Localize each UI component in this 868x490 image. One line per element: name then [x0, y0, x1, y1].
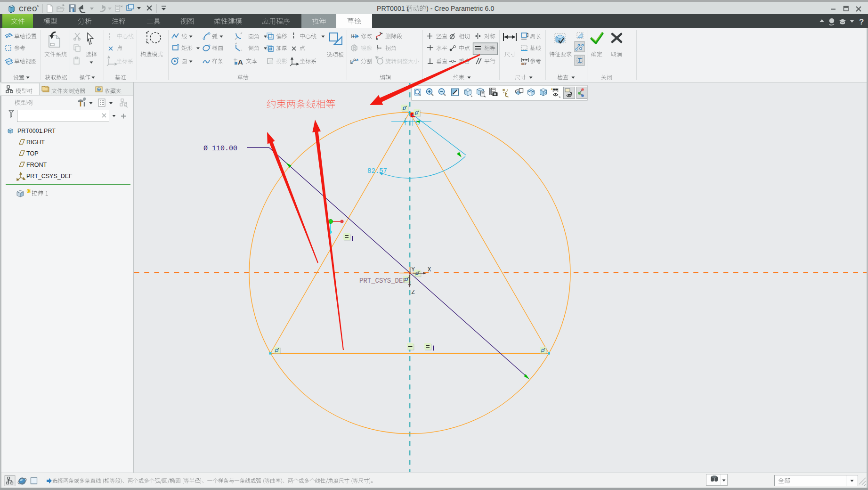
svg-text:RIGHT: RIGHT [26, 139, 45, 146]
svg-text:?: ? [859, 17, 864, 26]
svg-text:creo: creo [19, 3, 37, 13]
svg-text:Z: Z [412, 289, 415, 296]
svg-text:TOP: TOP [26, 150, 38, 157]
svg-text:PRT0001.PRT: PRT0001.PRT [17, 128, 56, 134]
svg-text:A: A [238, 58, 243, 66]
svg-text:FRONT: FRONT [26, 162, 47, 168]
svg-text:PRT0001 (: PRT0001 ( [377, 5, 409, 12]
svg-text:X: X [428, 267, 431, 273]
svg-text:PRT_CSYS_DEF: PRT_CSYS_DEF [359, 277, 407, 285]
svg-text:82.57: 82.57 [367, 167, 387, 175]
svg-text:PRT_CSYS_DEF: PRT_CSYS_DEF [26, 173, 73, 180]
svg-text:REF: REF [521, 63, 527, 66]
svg-text:Y: Y [412, 267, 415, 273]
svg-text:Ø 110.00: Ø 110.00 [203, 145, 237, 153]
svg-text:) - Creo Parametric 6.0: ) - Creo Parametric 6.0 [426, 5, 494, 12]
